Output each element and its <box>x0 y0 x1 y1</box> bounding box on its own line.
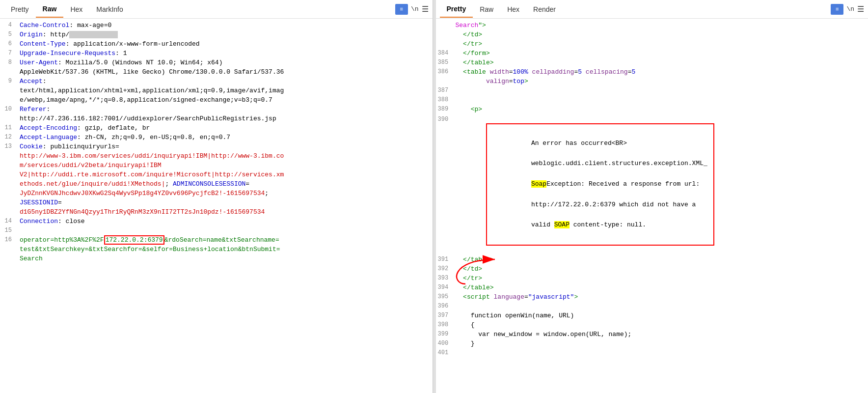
left-tab-bar: Pretty Raw Hex MarkInfo ≡ \n ☰ <box>0 0 433 19</box>
right-line-398: 398 { <box>436 320 868 330</box>
line-10: 10 Referer: http://47.236.116.182:7001//… <box>0 105 433 123</box>
right-line-400-content: } <box>454 339 868 348</box>
right-line-pre3: </tr> <box>436 39 868 49</box>
tab-left-pretty[interactable]: Pretty <box>4 1 36 17</box>
line-12: 12 Accept-Language: zh-CN, zh;q=0.9, en-… <box>0 133 433 142</box>
line-16: 16 operator=http%3A%2F%2F172.22.0.2:6379… <box>0 235 433 263</box>
right-line-396: 396 <box>436 302 868 311</box>
line-14-content: Connection: close <box>18 217 433 226</box>
right-line-397: 397 function openWin(name, URL) <box>436 311 868 320</box>
right-linenum-394: 394 <box>436 283 454 292</box>
linenum-4: 4 <box>0 21 18 30</box>
left-newline-icon[interactable]: \n <box>411 5 419 13</box>
right-linenum-386: 386 <box>436 67 454 77</box>
linenum-6: 6 <box>0 39 18 49</box>
right-wrap-icon[interactable]: ≡ <box>831 4 843 15</box>
line-11: 11 Accept-Encoding: gzip, deflate, br <box>0 123 433 133</box>
right-linenum-401: 401 <box>436 348 454 358</box>
line-12-content: Accept-Language: zh-CN, zh;q=0.9, en-US;… <box>18 133 433 142</box>
right-line-391-content: </table> <box>454 255 868 264</box>
linenum-11: 11 <box>0 123 18 133</box>
right-line-pre3-content: </tr> <box>454 39 868 49</box>
right-linenum-400: 400 <box>436 339 454 348</box>
linenum-12: 12 <box>0 133 18 142</box>
right-line-389-content: <p> <box>454 105 868 114</box>
right-linenum-396: 396 <box>436 302 454 311</box>
right-line-394: 394 </table> <box>436 283 868 292</box>
line-9: 9 Accept: text/html,application/xhtml+xm… <box>0 77 433 105</box>
error-line1: An error has occurred<BR> <box>531 140 627 147</box>
right-linenum-385: 385 <box>436 58 454 67</box>
line-14: 14 Connection: close <box>0 217 433 226</box>
line-10-content: Referer: http://47.236.116.182:7001//udd… <box>18 105 433 123</box>
right-line-390: 390 An error has occurred<BR> weblogic.u… <box>436 114 868 255</box>
right-line-391: 391 </table> <box>436 255 868 264</box>
linenum-8: 8 <box>0 58 18 67</box>
right-line-pre1: Search"> <box>436 21 868 30</box>
right-line-388: 388 <box>436 95 868 105</box>
linenum-7: 7 <box>0 49 18 58</box>
right-line-395-content: <script language="javascript"> <box>454 292 868 302</box>
left-menu-icon[interactable]: ☰ <box>422 4 429 14</box>
right-line-400: 400 } <box>436 339 868 348</box>
right-menu-icon[interactable]: ☰ <box>857 4 864 14</box>
right-line-390-content: An error has occurred<BR> weblogic.uddi.… <box>454 114 868 255</box>
right-tab-bar: Pretty Raw Hex Render ≡ \n ☰ <box>436 0 868 19</box>
right-linenum-397: 397 <box>436 311 454 320</box>
right-linenum-391: 391 <box>436 255 454 264</box>
linenum-16: 16 <box>0 235 18 245</box>
right-line-387: 387 <box>436 86 868 95</box>
right-newline-icon[interactable]: \n <box>846 5 854 13</box>
left-pane: Pretty Raw Hex MarkInfo ≡ \n ☰ 4 Cache-C… <box>0 0 433 393</box>
line-16-content: operator=http%3A%2F%2F172.22.0.2:6379&rd… <box>18 235 433 263</box>
tab-right-pretty[interactable]: Pretty <box>440 1 473 18</box>
right-line-397-content: function openWin(name, URL) <box>454 311 868 320</box>
right-line-385-content: </table> <box>454 58 868 67</box>
right-line-385: 385 </table> <box>436 58 868 67</box>
error-line3: SoapException: Received a response from … <box>531 180 700 188</box>
right-line-392-content: </td> <box>454 264 868 274</box>
tab-left-raw[interactable]: Raw <box>36 1 64 18</box>
error-line5: valid SOAP content-type: null. <box>531 221 646 228</box>
line-5: 5 Origin: http/redacted <box>0 30 433 39</box>
right-line-392: 392 </td> <box>436 264 868 274</box>
tab-right-raw[interactable]: Raw <box>473 1 500 17</box>
line-7-content: Upgrade-Insecure-Requests: 1 <box>18 49 433 58</box>
linenum-9: 9 <box>0 77 18 86</box>
right-line-399-content: var new_window = window.open(URL, name); <box>454 330 868 339</box>
right-line-393-content: </tr> <box>454 274 868 283</box>
right-linenum-398: 398 <box>436 320 454 330</box>
tab-right-render[interactable]: Render <box>526 1 563 17</box>
right-line-401: 401 <box>436 348 868 358</box>
right-line-386: 386 <table width=100% cellpadding=5 cell… <box>436 67 868 86</box>
line-6-content: Content-Type: application/x-www-form-url… <box>18 39 433 49</box>
right-linenum-389: 389 <box>436 105 454 114</box>
right-linenum-399: 399 <box>436 330 454 339</box>
right-linenum-395: 395 <box>436 292 454 302</box>
tab-left-markinfo[interactable]: MarkInfo <box>89 1 130 17</box>
tab-right-hex[interactable]: Hex <box>500 1 526 17</box>
right-linenum-387: 387 <box>436 86 454 95</box>
right-line-384: 384 </form> <box>436 49 868 58</box>
error-line4: http://172.22.0.2:6379 which did not hav… <box>531 201 696 208</box>
right-line-pre2-content: </td> <box>454 30 868 39</box>
line-13-content: Cookie: publicinquiryurls= http://www-3.… <box>18 142 433 217</box>
right-line-399: 399 var new_window = window.open(URL, na… <box>436 330 868 339</box>
right-pane: Pretty Raw Hex Render ≡ \n ☰ Search"> </… <box>436 0 868 393</box>
right-linenum-393: 393 <box>436 274 454 283</box>
right-linenum-390: 390 <box>436 114 454 124</box>
left-content: 4 Cache-Control: max-age=0 5 Origin: htt… <box>0 19 433 393</box>
right-content: Search"> </td> </tr> 384 </form> 385 </t… <box>436 19 868 393</box>
right-line-398-content: { <box>454 320 868 330</box>
right-line-pre2: </td> <box>436 30 868 39</box>
left-wrap-icon[interactable]: ≡ <box>395 4 408 15</box>
right-line-384-content: </form> <box>454 49 868 58</box>
line-6: 6 Content-Type: application/x-www-form-u… <box>0 39 433 49</box>
right-linenum-392: 392 <box>436 264 454 274</box>
line-7: 7 Upgrade-Insecure-Requests: 1 <box>0 49 433 58</box>
linenum-10: 10 <box>0 105 18 114</box>
line-4: 4 Cache-Control: max-age=0 <box>0 21 433 30</box>
right-line-393: 393 </tr> <box>436 274 868 283</box>
tab-left-hex[interactable]: Hex <box>63 1 89 17</box>
line-13: 13 Cookie: publicinquiryurls= http://www… <box>0 142 433 217</box>
